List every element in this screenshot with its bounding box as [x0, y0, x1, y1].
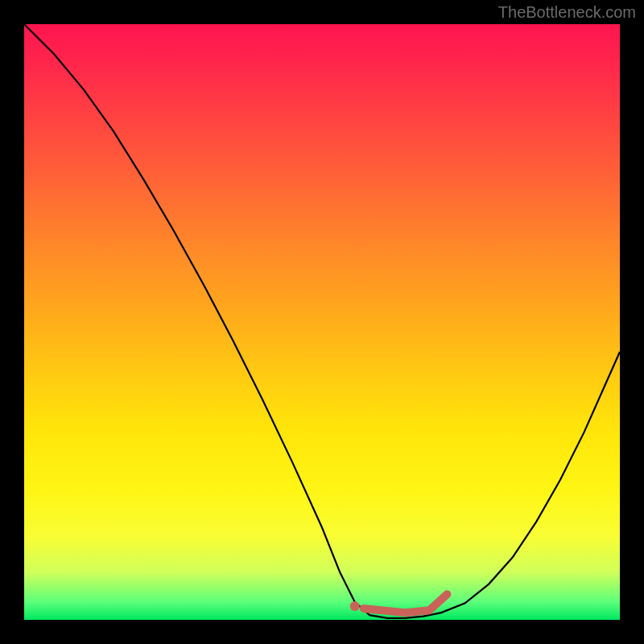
- bottleneck-curve: [24, 24, 620, 618]
- chart-svg: [24, 24, 620, 620]
- optimum-marker-line: [364, 594, 448, 613]
- optimum-marker-dot: [350, 601, 360, 611]
- chart-container: [24, 24, 620, 620]
- watermark-text: TheBottleneck.com: [498, 3, 636, 22]
